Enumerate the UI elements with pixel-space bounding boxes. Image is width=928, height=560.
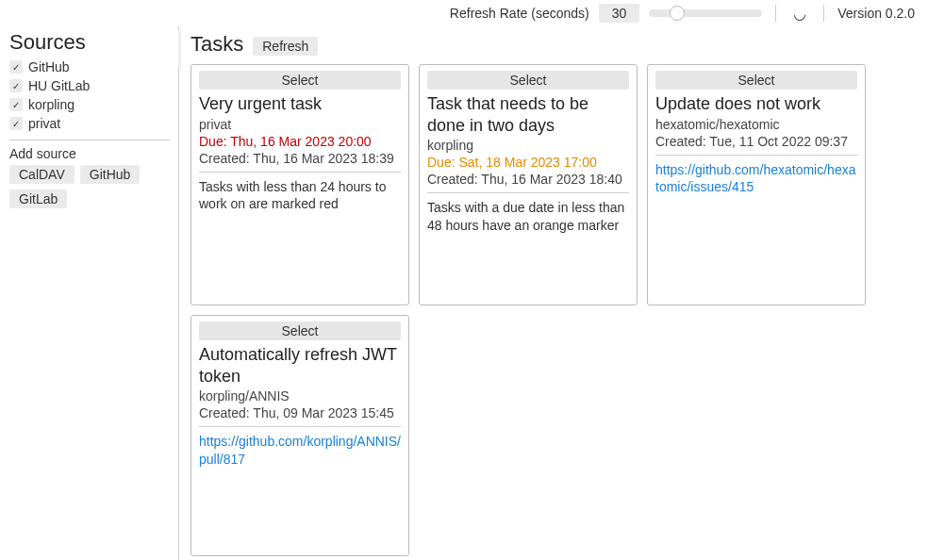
- version-label: Version 0.2.0: [837, 6, 919, 21]
- sidebar-title: Sources: [9, 30, 170, 55]
- source-list: GitHub HU GitLab korpling privat: [9, 58, 170, 132]
- app-root: Refresh Rate (seconds) 30 ◡ Version 0.2.…: [0, 0, 928, 560]
- main-panel: Tasks Refresh Select Very urgent task pr…: [179, 26, 928, 560]
- refresh-rate-slider[interactable]: [649, 5, 762, 22]
- add-github-button[interactable]: GitHub: [80, 165, 141, 184]
- card-divider: [199, 172, 401, 173]
- card-divider: [199, 426, 401, 427]
- source-item-korpling[interactable]: korpling: [9, 96, 170, 113]
- sidebar: Sources GitHub HU GitLab korpling privat: [0, 26, 179, 560]
- checkbox-icon[interactable]: [9, 98, 23, 111]
- refresh-button[interactable]: Refresh: [253, 37, 318, 56]
- source-item-label: korpling: [28, 97, 75, 112]
- checkbox-icon[interactable]: [9, 117, 23, 130]
- task-created: Created: Tue, 11 Oct 2022 09:37: [655, 134, 857, 149]
- task-due: Due: Sat, 18 Mar 2023 17:00: [427, 155, 629, 170]
- source-item-label: HU GitLab: [28, 78, 90, 93]
- task-project: hexatomic/hexatomic: [655, 117, 857, 132]
- add-caldav-button[interactable]: CalDAV: [9, 165, 75, 184]
- task-title: Update does not work: [655, 93, 857, 115]
- task-created: Created: Thu, 09 Mar 2023 15:45: [199, 405, 401, 420]
- slider-thumb[interactable]: [670, 6, 685, 21]
- add-source-label: Add source: [9, 146, 170, 161]
- main-header: Tasks Refresh: [191, 32, 919, 57]
- card-divider: [427, 192, 629, 193]
- task-cards: Select Very urgent task privat Due: Thu,…: [191, 64, 919, 556]
- add-source-buttons: CalDAV GitHub GitLab: [9, 165, 170, 208]
- task-due: Due: Thu, 16 Mar 2023 20:00: [199, 134, 401, 149]
- task-card: Select Task that needs to be done in two…: [419, 64, 638, 305]
- task-title: Very urgent task: [199, 93, 401, 115]
- task-card: Select Very urgent task privat Due: Thu,…: [191, 64, 409, 305]
- task-created: Created: Thu, 16 Mar 2023 18:40: [427, 172, 629, 187]
- task-card: Select Update does not work hexatomic/he…: [647, 64, 866, 305]
- task-title: Task that needs to be done in two days: [427, 93, 629, 136]
- body-split: Sources GitHub HU GitLab korpling privat: [0, 26, 928, 560]
- task-link[interactable]: https://github.com/hexatomic/hexatomic/i…: [655, 161, 857, 197]
- task-created: Created: Thu, 16 Mar 2023 18:39: [199, 151, 401, 166]
- refresh-rate-label: Refresh Rate (seconds): [450, 6, 589, 21]
- theme-toggle-button[interactable]: ◡: [789, 3, 810, 24]
- source-item-github[interactable]: GitHub: [9, 58, 170, 75]
- top-bar: Refresh Rate (seconds) 30 ◡ Version 0.2.…: [0, 0, 928, 26]
- task-project: korpling: [427, 138, 629, 153]
- source-item-privat[interactable]: privat: [9, 115, 170, 132]
- tasks-title: Tasks: [191, 32, 243, 57]
- select-button[interactable]: Select: [655, 71, 857, 90]
- task-link[interactable]: https://github.com/korpling/ANNIS/pull/8…: [199, 433, 401, 469]
- task-title: Automatically refresh JWT token: [199, 344, 401, 387]
- checkbox-icon[interactable]: [9, 60, 23, 74]
- source-item-hu-gitlab[interactable]: HU GitLab: [9, 77, 170, 94]
- task-description: Tasks with less than 24 hours to work on…: [199, 178, 401, 214]
- checkbox-icon[interactable]: [9, 79, 23, 92]
- source-item-label: privat: [28, 116, 60, 131]
- horizontal-rule: [9, 140, 170, 140]
- task-card: Select Automatically refresh JWT token k…: [191, 315, 409, 556]
- task-project: korpling/ANNIS: [199, 388, 401, 404]
- sidebar-resize-handle[interactable]: [178, 30, 181, 68]
- source-item-label: GitHub: [28, 59, 70, 74]
- card-divider: [655, 155, 857, 156]
- select-button[interactable]: Select: [427, 71, 629, 90]
- add-gitlab-button[interactable]: GitLab: [9, 189, 67, 208]
- separator: [775, 5, 776, 22]
- slider-track: [649, 9, 762, 17]
- select-button[interactable]: Select: [199, 321, 401, 340]
- moon-icon: ◡: [793, 5, 806, 23]
- refresh-rate-value[interactable]: 30: [599, 4, 640, 23]
- separator: [823, 5, 824, 22]
- select-button[interactable]: Select: [199, 71, 401, 90]
- task-description: Tasks with a due date in less than 48 ho…: [427, 199, 629, 235]
- task-project: privat: [199, 117, 401, 132]
- sidebar-divider: [178, 26, 179, 560]
